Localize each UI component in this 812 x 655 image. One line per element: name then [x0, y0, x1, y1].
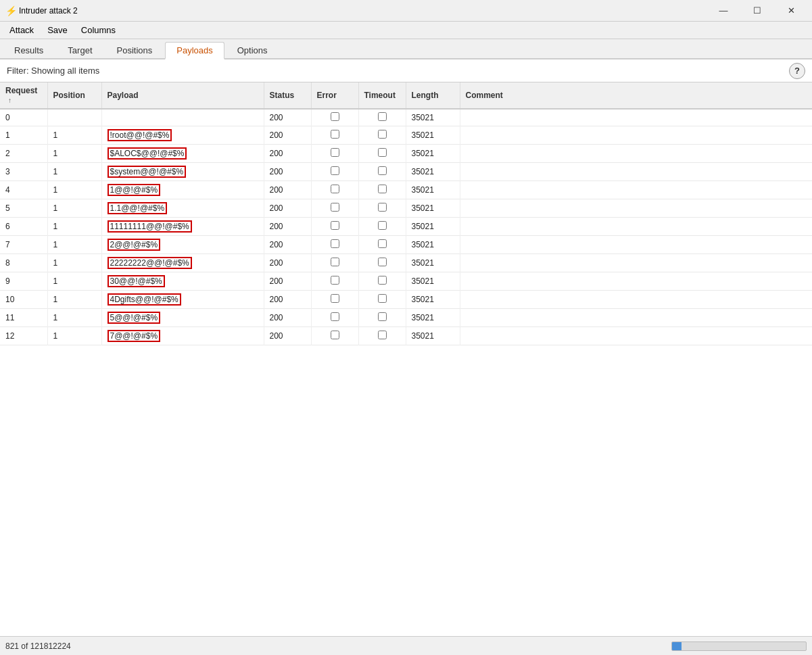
menu-item-save[interactable]: Save	[41, 24, 74, 37]
menu-item-columns[interactable]: Columns	[74, 24, 122, 37]
col-header-timeout[interactable]: Timeout	[358, 82, 406, 109]
row-checkbox[interactable]	[331, 258, 339, 266]
col-header-comment[interactable]: Comment	[460, 82, 812, 109]
tab-positions[interactable]: Positions	[105, 42, 164, 58]
table-row[interactable]: 8122222222@@!@#$%20035021	[0, 254, 812, 272]
table-row[interactable]: 31$system@@!@#$%20035021	[0, 163, 812, 181]
payload-cell-highlight: 1.1@@!@#$%	[108, 202, 168, 214]
row-checkbox[interactable]	[378, 166, 387, 175]
progress-bar-fill	[672, 642, 682, 650]
row-checkbox[interactable]	[378, 239, 387, 248]
table-row[interactable]: 9130@@!@#$%20035021	[0, 272, 812, 291]
row-checkbox[interactable]	[378, 130, 387, 139]
status-bar: 821 of 121812224	[0, 636, 812, 655]
menu-item-attack[interactable]: Attack	[3, 24, 41, 37]
payload-cell-highlight: 1@@!@#$%	[108, 184, 161, 196]
minimize-button[interactable]: —	[708, 1, 739, 20]
row-checkbox[interactable]	[378, 331, 387, 339]
progress-bar	[671, 641, 807, 651]
row-checkbox[interactable]	[331, 294, 339, 303]
payload-cell-highlight: $ALOC$@@!@#$%	[108, 147, 187, 160]
col-header-payload[interactable]: Payload	[101, 82, 264, 109]
row-checkbox[interactable]	[331, 130, 339, 139]
window-controls: — ☐ ✕	[708, 1, 807, 20]
tab-payloads[interactable]: Payloads	[165, 42, 224, 59]
table-body: 02003502111!root@@!@#$%2003502121$ALOC$@…	[0, 109, 812, 345]
col-header-length[interactable]: Length	[406, 82, 460, 109]
maximize-button[interactable]: ☐	[742, 1, 773, 20]
filter-help-button[interactable]: ?	[789, 63, 805, 79]
filter-bar: Filter: Showing all items ?	[0, 59, 812, 82]
payload-cell-highlight: 22222222@@!@#$%	[108, 257, 192, 269]
col-header-request[interactable]: Request ↑	[0, 82, 47, 109]
row-checkbox[interactable]	[378, 258, 387, 266]
table-row[interactable]: 1217@@!@#$%20035021	[0, 327, 812, 345]
status-text: 821 of 121812224	[5, 641, 671, 651]
tab-results[interactable]: Results	[3, 42, 55, 58]
row-checkbox[interactable]	[378, 148, 387, 157]
row-checkbox[interactable]	[378, 185, 387, 193]
app-icon: ⚡	[5, 5, 16, 16]
payload-cell-highlight: 30@@!@#$%	[108, 275, 165, 287]
table-row[interactable]: 511.1@@!@#$%20035021	[0, 199, 812, 218]
row-checkbox[interactable]	[331, 276, 339, 285]
table-header: Request ↑ Position Payload Status Error …	[0, 82, 812, 109]
payload-cell-highlight: 7@@!@#$%	[108, 330, 161, 342]
results-table: Request ↑ Position Payload Status Error …	[0, 82, 812, 345]
payload-cell-highlight: $system@@!@#$%	[108, 166, 187, 178]
row-checkbox[interactable]	[378, 203, 387, 212]
table-row[interactable]: 411@@!@#$%20035021	[0, 181, 812, 199]
row-checkbox[interactable]	[331, 112, 339, 121]
close-button[interactable]: ✕	[775, 1, 807, 20]
row-checkbox[interactable]	[378, 221, 387, 230]
tab-target[interactable]: Target	[56, 42, 103, 58]
table-row[interactable]: 11!root@@!@#$%20035021	[0, 126, 812, 145]
row-checkbox[interactable]	[378, 312, 387, 321]
row-checkbox[interactable]	[331, 166, 339, 175]
tabs-bar: ResultsTargetPositionsPayloadsOptions	[0, 39, 812, 59]
row-checkbox[interactable]	[378, 112, 387, 121]
menu-bar: AttackSaveColumns	[0, 22, 812, 39]
payload-cell-highlight: 2@@!@#$%	[108, 239, 161, 251]
results-table-container: Request ↑ Position Payload Status Error …	[0, 82, 812, 636]
row-checkbox[interactable]	[331, 203, 339, 212]
payload-cell-highlight: !root@@!@#$%	[108, 129, 172, 141]
table-row[interactable]: 21$ALOC$@@!@#$%20035021	[0, 145, 812, 163]
payload-cell-highlight: 5@@!@#$%	[108, 312, 161, 324]
table-row[interactable]: 1115@@!@#$%20035021	[0, 309, 812, 327]
row-checkbox[interactable]	[331, 331, 339, 339]
tab-options[interactable]: Options	[226, 42, 279, 58]
table-row[interactable]: 020035021	[0, 109, 812, 126]
row-checkbox[interactable]	[378, 276, 387, 285]
table-row[interactable]: 1014Dgifts@@!@#$%20035021	[0, 291, 812, 309]
col-header-status[interactable]: Status	[264, 82, 311, 109]
row-checkbox[interactable]	[331, 185, 339, 193]
row-checkbox[interactable]	[331, 148, 339, 157]
col-header-position[interactable]: Position	[47, 82, 101, 109]
row-checkbox[interactable]	[378, 294, 387, 303]
row-checkbox[interactable]	[331, 221, 339, 230]
row-checkbox[interactable]	[331, 239, 339, 248]
row-checkbox[interactable]	[331, 312, 339, 321]
col-header-error[interactable]: Error	[311, 82, 358, 109]
title-bar: ⚡ Intruder attack 2 — ☐ ✕	[0, 0, 812, 22]
filter-text: Filter: Showing all items	[7, 66, 789, 76]
table-row[interactable]: 6111111111@@!@#$%20035021	[0, 218, 812, 236]
window-title: Intruder attack 2	[19, 6, 708, 16]
table-row[interactable]: 712@@!@#$%20035021	[0, 236, 812, 254]
payload-cell-highlight: 11111111@@!@#$%	[108, 220, 192, 233]
payload-cell-highlight: 4Dgifts@@!@#$%	[108, 293, 181, 306]
